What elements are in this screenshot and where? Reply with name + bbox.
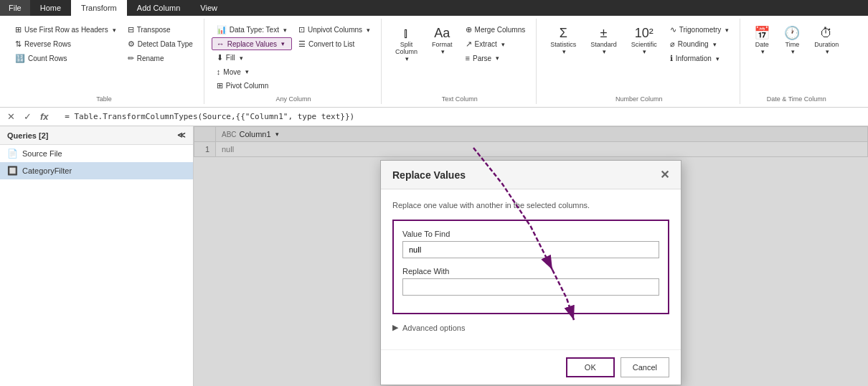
ribbon-content: ⊞ Use First Row as Headers ▾ ⇅ Reverse R… (0, 16, 868, 107)
tab-view[interactable]: View (190, 0, 227, 16)
any-column-group-label: Any Column (275, 93, 311, 103)
replace-icon: ↔ (217, 39, 225, 48)
modal-fields-box: Value To Find Replace With (392, 220, 669, 314)
list-icon: ☰ (298, 39, 306, 49)
cancel-button[interactable]: Cancel (621, 357, 669, 377)
replace-values-btn[interactable]: ↔ Replace Values ▾ (212, 37, 292, 50)
chevron-down-icon-format: ▾ (441, 48, 445, 55)
modal-title: Replace Values (392, 169, 466, 181)
value-to-find-label: Value To Find (402, 230, 659, 238)
unpivot-columns-btn[interactable]: ⊡ Unpivot Columns ▾ (293, 23, 375, 37)
chevron-down-icon-move: ▾ (245, 68, 249, 75)
chevron-down-icon-time: ▾ (791, 48, 795, 55)
advanced-options-toggle[interactable]: ▶ Advanced options (392, 323, 669, 332)
number-group-label: Number Column (615, 93, 663, 103)
ribbon-group-number: Σ Statistics ▾ ± Standard ▾ 10² Scientif… (538, 19, 740, 104)
fx-icon[interactable]: fx (37, 110, 52, 123)
pivot-column-btn[interactable]: ⊞ Pivot Column (212, 79, 292, 93)
extract-icon: ↗ (466, 39, 472, 49)
tab-home[interactable]: Home (30, 0, 71, 16)
table-group-label: Table (96, 93, 112, 103)
sidebar-item-category-filter[interactable]: 🔲 CategoryFilter (0, 162, 193, 179)
date-btn[interactable]: 📅 Date ▾ (747, 23, 776, 59)
chevron-down-icon: ▾ (113, 27, 116, 34)
count-rows-btn[interactable]: 🔢 Count Rows (10, 52, 121, 65)
modal-close-btn[interactable]: ✕ (660, 168, 669, 182)
chevron-down-icon-replace: ▾ (281, 40, 285, 47)
trig-icon: ∿ (670, 25, 676, 34)
main-area: Queries [2] ≪ 📄 Source File 🔲 CategoryFi… (0, 126, 868, 386)
split-column-btn[interactable]: ⫿ Split Column ▾ (389, 23, 424, 66)
table-icon: ⊞ (15, 25, 22, 34)
tab-transform[interactable]: Transform (71, 0, 127, 16)
rename-btn[interactable]: ✏ Rename (123, 52, 198, 65)
tab-file[interactable]: File (0, 0, 30, 16)
scientific-btn[interactable]: 10² Scientific ▾ (625, 23, 664, 59)
merge-columns-btn[interactable]: ⊕ Merge Columns (461, 23, 531, 37)
sidebar-item-source-file[interactable]: 📄 Source File (0, 145, 193, 162)
statistics-btn[interactable]: Σ Statistics ▾ (544, 23, 582, 59)
use-first-row-btn[interactable]: ⊞ Use First Row as Headers ▾ (10, 23, 121, 37)
ribbon-group-datetime: 📅 Date ▾ 🕐 Time ▾ ⏱ Duration ▾ Date & Ti… (742, 19, 851, 104)
ribbon: File Home Transform Add Column View ⊞ Us… (0, 0, 868, 108)
chevron-down-icon-fill: ▾ (240, 55, 243, 62)
round-icon: ⌀ (670, 39, 675, 49)
ok-button[interactable]: OK (566, 357, 615, 377)
modal-overlay: Replace Values ✕ Replace one value with … (194, 126, 868, 386)
value-to-find-input[interactable] (402, 241, 659, 258)
fill-icon: ⬇ (217, 53, 223, 62)
move-btn[interactable]: ↕ Move ▾ (212, 65, 292, 78)
date-icon: 📅 (754, 27, 770, 39)
fill-btn[interactable]: ⬇ Fill ▾ (212, 51, 292, 65)
parse-btn[interactable]: ≡ Parse ▾ (461, 52, 531, 65)
transpose-btn[interactable]: ⊟ Transpose (123, 23, 198, 37)
convert-to-list-btn[interactable]: ☰ Convert to List (293, 37, 375, 51)
replace-with-input[interactable] (402, 278, 659, 296)
reverse-icon: ⇅ (15, 39, 22, 49)
formula-input[interactable] (60, 112, 864, 121)
data-type-btn[interactable]: 📊 Data Type: Text ▾ (212, 23, 292, 37)
replace-values-modal: Replace Values ✕ Replace one value with … (380, 160, 681, 385)
modal-footer: OK Cancel (381, 349, 681, 385)
ribbon-tabs: File Home Transform Add Column View (0, 0, 868, 16)
confirm-formula-icon[interactable]: ✓ (21, 110, 34, 123)
format-icon: Aa (434, 27, 450, 39)
parse-icon: ≡ (466, 54, 470, 62)
scientific-icon: 10² (635, 27, 654, 39)
tab-add-column[interactable]: Add Column (127, 0, 191, 16)
chevron-down-icon-duration: ▾ (826, 48, 829, 55)
sidebar-collapse-btn[interactable]: ≪ (177, 131, 186, 140)
format-btn[interactable]: Aa Format ▾ (425, 23, 459, 59)
info-icon: ℹ (670, 54, 673, 63)
chevron-down-icon-round: ▾ (713, 41, 717, 48)
chevron-right-icon: ▶ (392, 323, 398, 332)
standard-btn[interactable]: ± Standard ▾ (584, 23, 623, 59)
sidebar-header: Queries [2] ≪ (0, 126, 193, 145)
replace-with-label: Replace With (402, 267, 659, 276)
trigonometry-btn[interactable]: ∿ Trigonometry ▾ (665, 23, 735, 37)
chevron-down-icon-extract: ▾ (501, 41, 505, 48)
duration-btn[interactable]: ⏱ Duration ▾ (808, 23, 845, 59)
modal-body: Replace one value with another in the se… (381, 189, 681, 349)
chevron-down-icon-sci: ▾ (643, 48, 646, 55)
pivot-icon: ⊞ (217, 81, 223, 90)
time-btn[interactable]: 🕐 Time ▾ (778, 23, 806, 59)
detect-data-type-btn[interactable]: ⚙ Detect Data Type (123, 37, 198, 51)
chevron-down-icon-stats: ▾ (562, 48, 566, 55)
cancel-formula-icon[interactable]: ✕ (4, 110, 18, 123)
chevron-down-icon-trig: ▾ (725, 27, 729, 34)
merge-icon: ⊕ (466, 25, 472, 34)
reverse-rows-btn[interactable]: ⇅ Reverse Rows (10, 37, 121, 51)
chevron-down-icon-dtype: ▾ (283, 27, 287, 34)
standard-icon: ± (600, 27, 608, 39)
text-column-group-label: Text Column (442, 93, 478, 103)
move-icon: ↕ (217, 67, 221, 76)
rounding-btn[interactable]: ⌀ Rounding ▾ (665, 37, 735, 51)
ribbon-group-any-column: 📊 Data Type: Text ▾ ↔ Replace Values ▾ ⬇… (206, 19, 382, 104)
datetime-group-label: Date & Time Column (767, 93, 826, 103)
modal-subtitle: Replace one value with another in the se… (392, 201, 669, 210)
replace-with-field: Replace With (402, 267, 659, 296)
information-btn[interactable]: ℹ Information ▾ (665, 52, 735, 65)
extract-btn[interactable]: ↗ Extract ▾ (461, 37, 531, 51)
rename-icon: ✏ (128, 54, 134, 63)
